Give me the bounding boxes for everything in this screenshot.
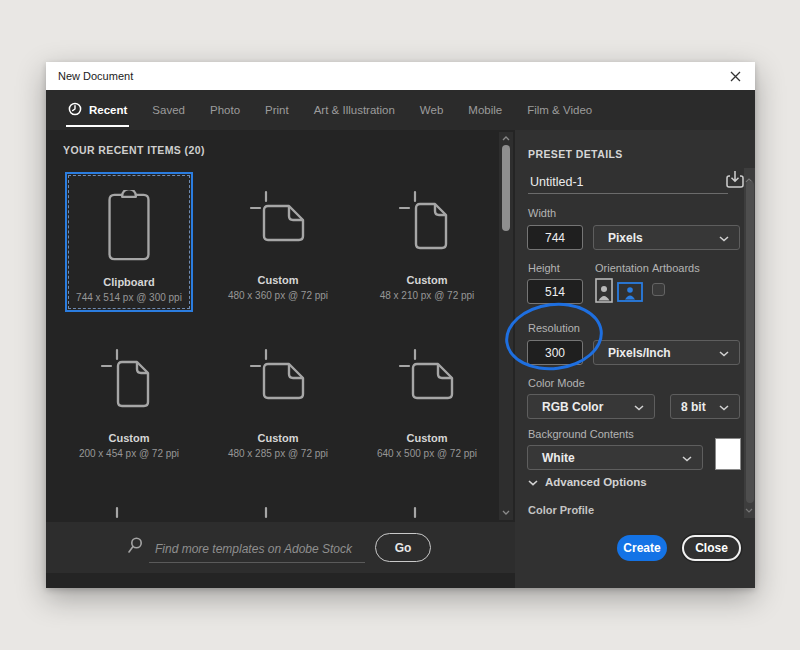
background-color-swatch[interactable] [715, 438, 741, 470]
active-tab-underline [66, 125, 129, 127]
search-icon [127, 537, 143, 558]
dialog-titlebar: New Document [46, 62, 755, 90]
artboards-checkbox[interactable] [652, 283, 665, 296]
dropdown-value: Pixels/Inch [608, 346, 719, 360]
resolution-input[interactable] [527, 340, 583, 365]
template-name: Custom [109, 432, 150, 444]
color-mode-dropdown[interactable]: RGB Color [527, 394, 655, 419]
tab-label: Saved [152, 104, 185, 116]
tab-recent[interactable]: Recent [68, 90, 127, 130]
page-portrait-icon [100, 330, 158, 418]
templates-panel: YOUR RECENT ITEMS (20) Clipboard 744 x 5… [46, 130, 515, 588]
chevron-down-icon [719, 346, 729, 360]
template-item-custom-1[interactable]: Custom 480 x 360 px @ 72 ppi [214, 172, 342, 312]
close-button[interactable]: Close [682, 535, 741, 561]
orientation-landscape-icon[interactable] [617, 282, 643, 302]
tab-web[interactable]: Web [420, 90, 443, 130]
search-input[interactable]: Find more templates on Adobe Stock [149, 533, 365, 563]
page-icon-partial [100, 488, 158, 522]
chevron-down-icon [682, 451, 692, 465]
template-item-custom-2[interactable]: Custom 48 x 210 px @ 72 ppi [363, 172, 491, 312]
chevron-down-icon [528, 476, 538, 488]
tab-photo[interactable]: Photo [210, 90, 240, 130]
page-icon-partial [398, 488, 456, 522]
color-mode-label: Color Mode [528, 377, 585, 389]
artboards-label: Artboards [652, 262, 700, 274]
advanced-options-label: Advanced Options [545, 476, 647, 488]
color-profile-label: Color Profile [528, 504, 594, 516]
template-item-custom-4[interactable]: Custom 480 x 285 px @ 72 ppi [214, 330, 342, 470]
orientation-label: Orientation [595, 262, 649, 274]
scrollbar-thumb[interactable] [746, 181, 754, 503]
page-landscape-icon [249, 172, 307, 260]
scroll-down-icon[interactable] [502, 506, 510, 518]
scroll-up-icon[interactable] [502, 132, 510, 144]
tab-label: Photo [210, 104, 240, 116]
template-name: Custom [258, 432, 299, 444]
templates-scrollbar[interactable] [499, 132, 513, 520]
tab-label: Web [420, 104, 443, 116]
tab-film-video[interactable]: Film & Video [527, 90, 592, 130]
template-dims: 480 x 285 px @ 72 ppi [228, 448, 328, 459]
page-landscape-icon [398, 330, 456, 418]
new-document-dialog: New Document Recent Saved Photo Print Ar… [46, 62, 755, 588]
background-contents-label: Background Contents [528, 428, 634, 440]
preset-details-panel: PRESET DETAILS Untitled-1 Width Pixels H… [515, 130, 755, 588]
dialog-body: YOUR RECENT ITEMS (20) Clipboard 744 x 5… [46, 130, 755, 588]
page-portrait-icon [398, 172, 456, 260]
template-name: Custom [258, 274, 299, 286]
tab-label: Art & Illustration [314, 104, 395, 116]
scrollbar-thumb[interactable] [502, 145, 510, 231]
template-name: Custom [407, 432, 448, 444]
template-dims: 640 x 500 px @ 72 ppi [377, 448, 477, 459]
page-icon-partial [249, 488, 307, 522]
template-name: Clipboard [103, 276, 154, 288]
go-button[interactable]: Go [375, 533, 431, 562]
chevron-down-icon [634, 400, 644, 414]
template-item-custom-5[interactable]: Custom 640 x 500 px @ 72 ppi [363, 330, 491, 470]
preset-scrollbar[interactable] [744, 168, 755, 518]
tab-art-illustration[interactable]: Art & Illustration [314, 90, 395, 130]
tab-saved[interactable]: Saved [152, 90, 185, 130]
category-tabbar: Recent Saved Photo Print Art & Illustrat… [46, 90, 755, 130]
dropdown-value: RGB Color [542, 400, 634, 414]
search-placeholder: Find more templates on Adobe Stock [149, 542, 352, 556]
template-dims: 200 x 454 px @ 72 ppi [79, 448, 179, 459]
tab-mobile[interactable]: Mobile [468, 90, 502, 130]
adobe-stock-search-bar: Find more templates on Adobe Stock Go [46, 522, 515, 573]
background-contents-dropdown[interactable]: White [527, 445, 703, 470]
create-button[interactable]: Create [617, 535, 667, 561]
clipboard-icon [106, 174, 152, 262]
height-input[interactable] [527, 279, 583, 304]
template-dims: 744 x 514 px @ 300 ppi [76, 292, 182, 303]
close-icon[interactable] [727, 68, 743, 84]
template-dims: 48 x 210 px @ 72 ppi [380, 290, 475, 301]
chevron-down-icon [719, 231, 729, 245]
preset-details-header: PRESET DETAILS [528, 148, 623, 160]
clock-icon [68, 102, 82, 118]
orientation-portrait-icon[interactable] [595, 278, 613, 303]
chevron-down-icon [719, 400, 729, 414]
width-unit-dropdown[interactable]: Pixels [593, 225, 740, 250]
tab-print[interactable]: Print [265, 90, 289, 130]
document-name-field[interactable]: Untitled-1 [530, 175, 584, 189]
scroll-down-icon[interactable] [745, 499, 753, 517]
resolution-unit-dropdown[interactable]: Pixels/Inch [593, 340, 740, 365]
bit-depth-dropdown[interactable]: 8 bit [670, 394, 740, 419]
dropdown-value: 8 bit [681, 400, 719, 414]
template-item-clipboard[interactable]: Clipboard 744 x 514 px @ 300 ppi [65, 172, 193, 312]
recent-items-header: YOUR RECENT ITEMS (20) [63, 144, 205, 156]
tab-label: Print [265, 104, 289, 116]
template-item-partial[interactable] [214, 488, 342, 522]
resolution-label: Resolution [528, 322, 580, 334]
template-item-custom-3[interactable]: Custom 200 x 454 px @ 72 ppi [65, 330, 193, 470]
advanced-options-toggle[interactable]: Advanced Options [528, 476, 647, 488]
tab-label: Mobile [468, 104, 502, 116]
tab-label: Film & Video [527, 104, 592, 116]
save-preset-icon[interactable] [724, 169, 746, 195]
document-name-underline [528, 193, 728, 194]
page-landscape-icon [249, 330, 307, 418]
template-item-partial[interactable] [363, 488, 491, 522]
template-item-partial[interactable] [65, 488, 193, 522]
width-input[interactable] [527, 225, 583, 250]
